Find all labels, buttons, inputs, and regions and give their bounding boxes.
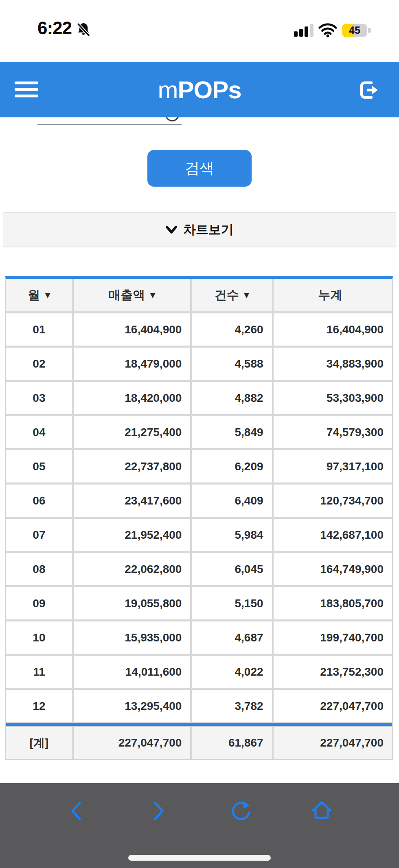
table-cell-month: 05 xyxy=(6,450,72,482)
table-cell-count: 5,150 xyxy=(192,587,272,619)
table-cell-count: 5,984 xyxy=(192,519,272,551)
table-cell-cumulative: 164,749,900 xyxy=(274,553,392,585)
date-input-underline[interactable] xyxy=(37,124,182,125)
table-cell-month: 11 xyxy=(6,656,72,688)
table-cell-count: 4,022 xyxy=(192,656,272,688)
table-cell-cumulative: 183,805,700 xyxy=(274,587,392,619)
forward-icon[interactable] xyxy=(153,801,164,821)
table-cell-count: 4,882 xyxy=(192,382,272,414)
table-cell-sales: 19,055,800 xyxy=(74,587,191,619)
app-header: mPOPs xyxy=(0,62,399,117)
table-cell-sales: 13,295,400 xyxy=(74,690,191,722)
sort-down-icon: ▼ xyxy=(244,291,249,299)
table-cell-cumulative: 53,303,900 xyxy=(274,382,392,414)
table-cell-count: 4,260 xyxy=(192,313,272,346)
column-label: 누계 xyxy=(318,287,342,304)
back-icon[interactable] xyxy=(70,801,82,821)
table-cell-cumulative: 199,740,700 xyxy=(274,621,392,654)
battery-nub xyxy=(368,28,371,33)
status-time: 6:22 xyxy=(37,18,72,38)
table-cell-cumulative: 16,404,900 xyxy=(274,313,392,346)
table-cell-count: 6,045 xyxy=(192,553,272,585)
home-icon[interactable] xyxy=(311,800,332,821)
logout-icon[interactable] xyxy=(359,81,379,99)
table-cell-sales: 14,011,600 xyxy=(74,656,191,688)
total-cell-sales: 227,047,700 xyxy=(74,727,191,759)
phone-screen: 6:22 45 mPOPs xyxy=(0,0,399,868)
table-cell-sales: 18,479,000 xyxy=(74,348,191,380)
table-cell-cumulative: 34,883,900 xyxy=(274,348,392,380)
column-label: 건수 xyxy=(215,287,239,304)
column-label: 월 xyxy=(28,287,40,304)
chart-toggle[interactable]: 차트보기 xyxy=(3,212,396,247)
table-cell-sales: 22,737,800 xyxy=(74,450,191,482)
sort-down-icon: ▼ xyxy=(150,291,156,299)
home-indicator[interactable] xyxy=(128,855,271,861)
table-cell-count: 4,687 xyxy=(192,621,272,654)
total-cell-cumulative: 227,047,700 xyxy=(274,727,392,759)
browser-toolbar xyxy=(0,783,399,868)
table-cell-sales: 18,420,000 xyxy=(74,382,191,414)
refresh-icon[interactable] xyxy=(230,800,252,822)
total-cell-count: 61,867 xyxy=(192,727,272,759)
column-header-count[interactable]: 건수 ▼ xyxy=(192,279,272,311)
app-title-prefix: m xyxy=(158,76,178,104)
bell-slash-icon xyxy=(75,21,92,37)
battery-indicator: 45 xyxy=(342,24,367,37)
table-cell-month: 03 xyxy=(6,382,72,414)
table-cell-month: 10 xyxy=(6,621,72,654)
column-label: 매출액 xyxy=(109,287,145,304)
table-cell-month: 06 xyxy=(6,485,72,517)
total-divider xyxy=(6,723,392,726)
total-cell-month: [계] xyxy=(6,727,72,759)
status-bar: 6:22 45 xyxy=(0,0,399,62)
table-cell-count: 6,209 xyxy=(192,450,272,482)
table-cell-count: 4,588 xyxy=(192,348,272,380)
sales-table: 월 ▼ 매출액 ▼ 건수 ▼ 누계 0116,404,9004,26016,40… xyxy=(5,276,393,760)
table-cell-cumulative: 74,579,300 xyxy=(274,416,392,448)
table-cell-month: 12 xyxy=(6,690,72,722)
table-cell-month: 09 xyxy=(6,587,72,619)
cellular-signal-icon xyxy=(294,23,315,37)
chevron-down-icon xyxy=(165,225,178,234)
table-cell-sales: 22,062,800 xyxy=(74,553,191,585)
sort-down-icon: ▼ xyxy=(45,291,50,299)
table-cell-cumulative: 142,687,100 xyxy=(274,519,392,551)
table-cell-count: 5,849 xyxy=(192,416,272,448)
table-cell-cumulative: 213,752,300 xyxy=(274,656,392,688)
column-header-month[interactable]: 월 ▼ xyxy=(6,279,72,311)
search-button[interactable]: 검색 xyxy=(147,150,252,187)
app-title: mPOPs xyxy=(0,62,399,117)
table-cell-cumulative: 120,734,700 xyxy=(274,485,392,517)
column-header-cumulative: 누계 xyxy=(274,279,392,311)
table-cell-count: 6,409 xyxy=(192,485,272,517)
table-cell-cumulative: 97,317,100 xyxy=(274,450,392,482)
table-cell-sales: 16,404,900 xyxy=(74,313,191,346)
table-cell-sales: 15,935,000 xyxy=(74,621,191,654)
wifi-icon xyxy=(318,23,337,37)
table-cell-sales: 21,952,400 xyxy=(74,519,191,551)
table-cell-month: 07 xyxy=(6,519,72,551)
column-header-sales[interactable]: 매출액 ▼ xyxy=(74,279,191,311)
table-cell-cumulative: 227,047,700 xyxy=(274,690,392,722)
chart-toggle-label: 차트보기 xyxy=(183,221,234,238)
table-cell-sales: 23,417,600 xyxy=(74,485,191,517)
table-cell-month: 04 xyxy=(6,416,72,448)
table-cell-month: 01 xyxy=(6,313,72,346)
table-cell-sales: 21,275,400 xyxy=(74,416,191,448)
battery-percent: 45 xyxy=(342,24,367,37)
table-cell-month: 02 xyxy=(6,348,72,380)
table-cell-count: 3,782 xyxy=(192,690,272,722)
table-cell-month: 08 xyxy=(6,553,72,585)
app-title-main: POPs xyxy=(178,76,241,104)
